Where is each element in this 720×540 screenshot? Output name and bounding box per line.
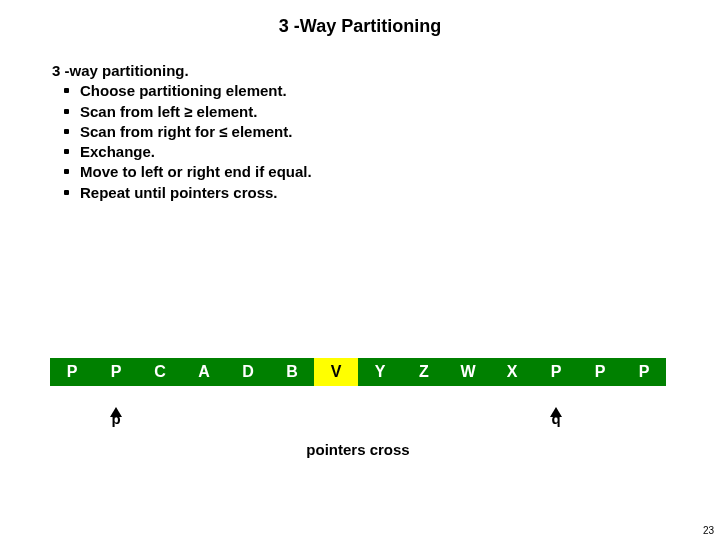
array-cell: C xyxy=(138,358,182,386)
array-cell: P xyxy=(622,358,666,386)
array-cell: P xyxy=(578,358,622,386)
array-cell: P xyxy=(94,358,138,386)
array-cell-highlight: V xyxy=(314,358,358,386)
arrow-up-icon xyxy=(110,390,122,408)
bullet-item: Choose partitioning element. xyxy=(80,81,720,101)
pointer-q: q xyxy=(534,390,578,427)
array-cell: B xyxy=(270,358,314,386)
bullet-item: Repeat until pointers cross. xyxy=(80,183,720,203)
array-row: P P C A D B V Y Z W X P P P xyxy=(50,358,666,386)
arrow-up-icon xyxy=(550,390,562,408)
pointer-q-label: q xyxy=(551,410,560,427)
array-cell: P xyxy=(50,358,94,386)
array-diagram: P P C A D B V Y Z W X P P P p xyxy=(50,358,666,458)
slide-title: 3 -Way Partitioning xyxy=(0,0,720,37)
pointer-p: p xyxy=(94,390,138,427)
slide-body: 3 -way partitioning. Choose partitioning… xyxy=(0,37,720,203)
subheading: 3 -way partitioning. xyxy=(52,61,720,81)
pointer-row: p q xyxy=(50,390,666,427)
bullet-item: Exchange. xyxy=(80,142,720,162)
array-cell: W xyxy=(446,358,490,386)
bullet-item: Scan from right for ≤ element. xyxy=(80,122,720,142)
array-cell: Y xyxy=(358,358,402,386)
bullet-list: Choose partitioning element. Scan from l… xyxy=(52,81,720,203)
array-cell: A xyxy=(182,358,226,386)
bullet-item: Scan from left ≥ element. xyxy=(80,102,720,122)
array-cell: P xyxy=(534,358,578,386)
diagram-caption: pointers cross xyxy=(50,441,666,458)
array-cell: D xyxy=(226,358,270,386)
array-cell: X xyxy=(490,358,534,386)
pointer-p-label: p xyxy=(111,410,120,427)
page-number: 23 xyxy=(703,525,714,536)
array-cell: Z xyxy=(402,358,446,386)
bullet-item: Move to left or right end if equal. xyxy=(80,162,720,182)
